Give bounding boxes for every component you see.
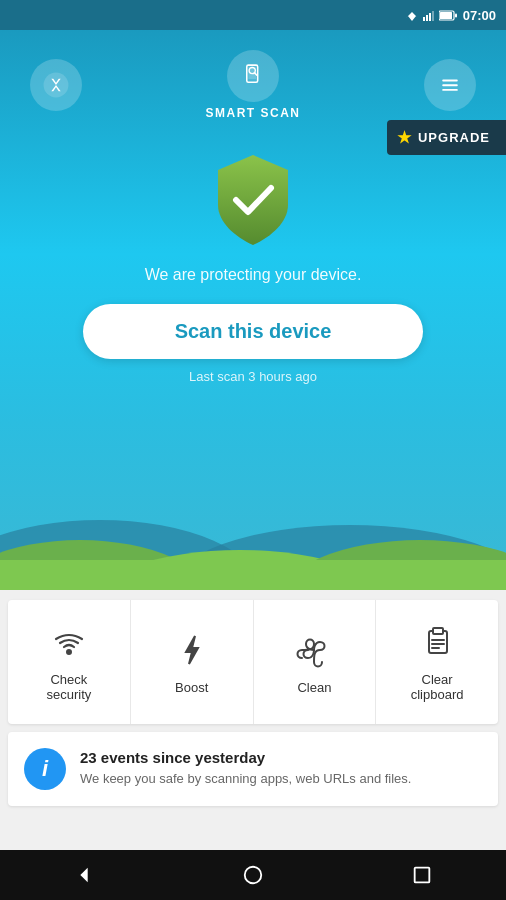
battery-icon [439,10,457,21]
info-symbol: i [42,756,48,782]
events-description: We keep you safe by scanning apps, web U… [80,770,411,788]
svg-point-8 [44,73,69,98]
smart-scan-nav[interactable]: SMART SCAN [206,50,301,120]
status-bar: 07:00 [0,0,506,30]
svg-rect-3 [429,13,431,21]
scan-button[interactable]: Scan this device [83,304,423,359]
boost-icon [172,630,212,670]
clear-clipboard-label: Clearclipboard [411,672,464,702]
home-button[interactable] [233,855,273,895]
svg-rect-15 [442,89,458,91]
check-security-label: Checksecurity [46,672,91,702]
smart-scan-label: SMART SCAN [206,106,301,120]
clean-button[interactable]: Clean [254,600,377,724]
clipboard-icon [419,624,455,660]
bolt-icon [174,632,210,668]
last-scan-text: Last scan 3 hours ago [189,369,317,384]
hills-svg [0,470,506,590]
events-card: i 23 events since yesterday We keep you … [8,732,498,806]
svg-rect-25 [433,628,443,634]
clean-label: Clean [297,680,331,695]
signal-icon [423,10,435,21]
smart-scan-icon-button[interactable] [227,50,279,102]
top-nav: SMART SCAN [0,30,506,130]
smart-scan-icon [239,62,267,90]
main-background: SMART SCAN ★ UPGRADE [0,30,506,590]
spiral-icon [296,632,332,668]
svg-rect-21 [0,560,506,590]
svg-marker-23 [186,636,198,664]
menu-icon [436,71,464,99]
shield-svg [208,150,298,250]
boost-button[interactable]: Boost [131,600,254,724]
wifi-icon [51,624,87,660]
svg-rect-31 [414,868,429,883]
menu-button[interactable] [424,59,476,111]
status-icons [405,10,457,21]
status-time: 07:00 [463,8,496,23]
svg-point-30 [245,867,262,884]
svg-marker-29 [81,868,88,883]
svg-marker-0 [405,12,419,21]
bottom-area: Checksecurity Boost Clean [0,590,506,850]
recent-icon [411,864,433,886]
bottom-nav-bar [0,850,506,900]
back-button[interactable] [64,855,104,895]
svg-rect-7 [455,13,457,17]
svg-rect-1 [423,17,425,21]
events-info-icon: i [24,748,66,790]
events-count: 23 events since yesterday [80,749,411,766]
svg-rect-14 [442,84,458,86]
wifi-status-icon [405,10,419,21]
back-icon [73,864,95,886]
svg-rect-2 [426,15,428,21]
quick-actions-card: Checksecurity Boost Clean [8,600,498,724]
recent-apps-button[interactable] [402,855,442,895]
check-security-button[interactable]: Checksecurity [8,600,131,724]
hills-landscape [0,470,506,590]
upgrade-star-icon: ★ [397,128,412,147]
svg-rect-13 [442,80,458,82]
clear-clipboard-button[interactable]: Clearclipboard [376,600,498,724]
events-text: 23 events since yesterday We keep you sa… [80,749,411,788]
protecting-text: We are protecting your device. [0,266,506,284]
check-security-icon [49,622,89,662]
svg-point-22 [67,650,71,654]
avast-logo-button[interactable] [30,59,82,111]
shield-container [0,150,506,250]
upgrade-button[interactable]: ★ UPGRADE [387,120,506,155]
shield-icon [208,150,298,250]
svg-rect-6 [440,12,452,19]
svg-rect-4 [432,11,434,21]
home-icon [242,864,264,886]
boost-label: Boost [175,680,208,695]
clean-icon [294,630,334,670]
upgrade-label: UPGRADE [418,130,490,145]
clear-clipboard-icon [417,622,457,662]
avast-logo-icon [42,71,70,99]
scan-button-container: Scan this device Last scan 3 hours ago [0,304,506,384]
